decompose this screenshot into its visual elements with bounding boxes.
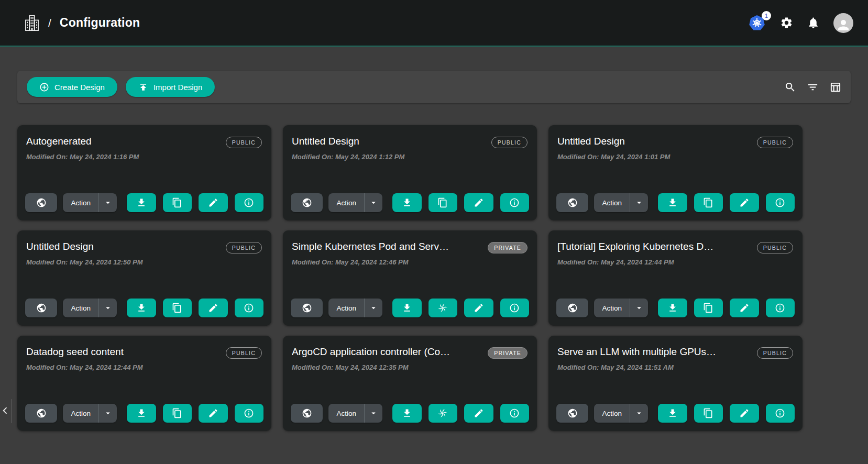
action-button[interactable]: Action bbox=[594, 404, 630, 423]
building-icon[interactable] bbox=[24, 15, 40, 31]
publish-button[interactable] bbox=[25, 299, 57, 317]
clone-button[interactable] bbox=[694, 404, 723, 423]
bell-icon bbox=[807, 16, 820, 29]
create-design-button[interactable]: Create Design bbox=[27, 77, 117, 97]
publish-button[interactable] bbox=[291, 299, 323, 317]
design-title: Untitled Design bbox=[292, 136, 359, 147]
visibility-badge: PRIVATE bbox=[488, 242, 528, 253]
info-button[interactable] bbox=[500, 404, 530, 423]
design-card: Serve an LLM with multiple GPUs… PUBLIC … bbox=[548, 336, 803, 431]
action-dropdown-button[interactable] bbox=[98, 299, 117, 317]
info-button[interactable] bbox=[766, 299, 795, 317]
action-button[interactable]: Action bbox=[328, 299, 364, 317]
edit-button[interactable] bbox=[464, 299, 493, 317]
edit-button[interactable] bbox=[199, 193, 228, 212]
upload-icon bbox=[138, 82, 148, 92]
action-dropdown-button[interactable] bbox=[364, 404, 382, 423]
action-button[interactable]: Action bbox=[63, 404, 98, 423]
publish-button[interactable] bbox=[25, 404, 57, 423]
download-button[interactable] bbox=[392, 299, 422, 317]
edit-button[interactable] bbox=[464, 404, 493, 423]
design-card: Untitled Design PUBLIC Modified On: May … bbox=[17, 230, 271, 326]
clone-button[interactable] bbox=[428, 404, 458, 423]
info-button[interactable] bbox=[235, 404, 264, 423]
action-button[interactable]: Action bbox=[63, 193, 98, 212]
info-button[interactable] bbox=[500, 299, 530, 317]
design-title: Serve an LLM with multiple GPUs… bbox=[557, 346, 716, 358]
action-button[interactable]: Action bbox=[328, 193, 364, 212]
card-action-row: Action bbox=[291, 193, 529, 212]
action-button[interactable]: Action bbox=[63, 299, 98, 317]
edit-button[interactable] bbox=[199, 299, 228, 317]
clone-button[interactable] bbox=[428, 193, 458, 212]
person-icon bbox=[836, 17, 851, 33]
download-icon bbox=[136, 197, 147, 208]
clone-button[interactable] bbox=[163, 193, 192, 212]
action-button[interactable]: Action bbox=[594, 299, 630, 317]
kubernetes-context-button[interactable]: 1 bbox=[749, 15, 766, 31]
action-dropdown-button[interactable] bbox=[364, 299, 382, 317]
action-dropdown-button[interactable] bbox=[98, 404, 117, 423]
edit-button[interactable] bbox=[464, 193, 493, 212]
download-button[interactable] bbox=[127, 193, 156, 212]
edit-button[interactable] bbox=[730, 193, 759, 212]
info-button[interactable] bbox=[235, 193, 264, 212]
action-dropdown-button[interactable] bbox=[98, 193, 117, 212]
publish-button[interactable] bbox=[291, 193, 323, 212]
download-icon bbox=[667, 303, 678, 313]
publish-button[interactable] bbox=[556, 299, 588, 317]
action-button[interactable]: Action bbox=[594, 193, 630, 212]
edit-button[interactable] bbox=[730, 299, 759, 317]
import-design-button[interactable]: Import Design bbox=[126, 77, 215, 97]
download-button[interactable] bbox=[127, 404, 156, 423]
action-dropdown-button[interactable] bbox=[364, 193, 382, 212]
action-dropdown-button[interactable] bbox=[630, 404, 648, 423]
table-view-button[interactable] bbox=[829, 81, 841, 93]
info-button[interactable] bbox=[500, 193, 530, 212]
user-avatar[interactable] bbox=[833, 13, 853, 33]
card-action-row: Action bbox=[291, 299, 529, 317]
card-action-row: Action bbox=[25, 404, 263, 423]
clone-button[interactable] bbox=[163, 404, 192, 423]
publish-button[interactable] bbox=[291, 404, 323, 423]
context-count-badge: 1 bbox=[762, 11, 771, 20]
clone-button[interactable] bbox=[163, 299, 192, 317]
modified-on-text: Modified On: May 24, 2024 12:35 PM bbox=[292, 363, 528, 371]
action-button[interactable]: Action bbox=[328, 404, 364, 423]
publish-button[interactable] bbox=[556, 404, 588, 423]
search-button[interactable] bbox=[784, 81, 796, 93]
download-button[interactable] bbox=[127, 299, 156, 317]
card-header: Untitled Design PUBLIC bbox=[292, 136, 528, 148]
filter-button[interactable] bbox=[807, 81, 819, 93]
info-button[interactable] bbox=[766, 404, 795, 423]
download-button[interactable] bbox=[658, 404, 687, 423]
clone-button[interactable] bbox=[694, 193, 723, 212]
gear-icon bbox=[780, 16, 793, 29]
card-header: Simple Kubernetes Pod and Serv… PRIVATE bbox=[292, 241, 528, 253]
edit-button[interactable] bbox=[730, 404, 759, 423]
globe-icon bbox=[302, 303, 312, 313]
action-dropdown-button[interactable] bbox=[630, 193, 648, 212]
design-card: [Tutorial] Exploring Kubernetes D… PUBLI… bbox=[548, 230, 803, 326]
info-button[interactable] bbox=[235, 299, 264, 317]
download-button[interactable] bbox=[658, 299, 687, 317]
edit-button[interactable] bbox=[199, 404, 228, 423]
pencil-icon bbox=[208, 408, 218, 418]
publish-button[interactable] bbox=[25, 193, 57, 212]
download-button[interactable] bbox=[658, 193, 687, 212]
info-button[interactable] bbox=[766, 193, 795, 212]
settings-button[interactable] bbox=[780, 16, 793, 29]
pencil-icon bbox=[474, 303, 484, 313]
clone-button[interactable] bbox=[694, 299, 723, 317]
action-dropdown-button[interactable] bbox=[630, 299, 648, 317]
action-split-button: Action bbox=[328, 299, 382, 317]
download-icon bbox=[667, 408, 678, 418]
modified-on-text: Modified On: May 24, 2024 12:50 PM bbox=[26, 258, 262, 266]
publish-button[interactable] bbox=[556, 193, 588, 212]
download-button[interactable] bbox=[392, 193, 422, 212]
notifications-button[interactable] bbox=[807, 16, 820, 29]
download-icon bbox=[402, 408, 412, 418]
clone-button[interactable] bbox=[428, 299, 458, 317]
download-button[interactable] bbox=[392, 404, 422, 423]
modified-on-text: Modified On: May 24, 2024 12:46 PM bbox=[292, 258, 528, 266]
